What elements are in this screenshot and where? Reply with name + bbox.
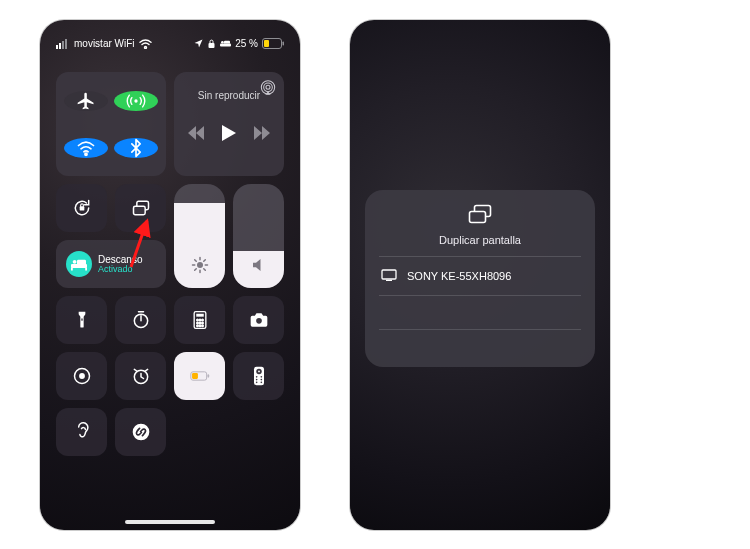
svg-point-47 (260, 376, 262, 378)
home-indicator[interactable] (125, 520, 215, 524)
svg-point-32 (201, 322, 203, 324)
svg-rect-21 (85, 268, 87, 271)
svg-rect-17 (133, 206, 145, 214)
svg-rect-5 (220, 44, 231, 47)
calculator-button[interactable] (174, 296, 225, 344)
forward-icon[interactable] (254, 126, 270, 144)
svg-point-46 (255, 376, 257, 378)
control-center: Sin reproducir (56, 72, 284, 456)
media-controls[interactable]: Sin reproducir (174, 72, 284, 176)
battery-percent: 25 % (235, 38, 258, 49)
svg-point-18 (197, 262, 203, 268)
focus-state: Activado (98, 265, 142, 275)
svg-point-35 (201, 325, 203, 327)
shazam-button[interactable] (115, 408, 166, 456)
airplane-mode-toggle[interactable] (64, 91, 108, 111)
volume-icon (250, 256, 268, 278)
screen-record-button[interactable] (56, 352, 107, 400)
svg-point-11 (85, 153, 87, 155)
svg-rect-41 (207, 374, 209, 377)
location-icon (194, 39, 203, 48)
screen-mirroring-title: Duplicar pantalla (439, 234, 521, 246)
connectivity-group[interactable] (56, 72, 166, 176)
battery-icon (262, 38, 284, 49)
svg-point-30 (196, 322, 198, 324)
svg-rect-42 (192, 373, 198, 379)
svg-rect-1 (59, 43, 61, 49)
svg-point-50 (255, 382, 257, 384)
now-playing-label: Sin reproducir (198, 90, 260, 101)
rewind-icon[interactable] (188, 126, 204, 144)
orientation-lock-button[interactable] (56, 184, 107, 232)
bed-status-icon (220, 39, 231, 48)
svg-rect-56 (382, 270, 396, 279)
focus-button[interactable]: Descanso Activado (56, 240, 166, 288)
wifi-toggle[interactable] (64, 138, 108, 158)
svg-rect-0 (56, 45, 58, 49)
screen-mirroring-button[interactable] (115, 184, 166, 232)
svg-point-13 (264, 83, 273, 92)
svg-rect-15 (79, 206, 84, 210)
svg-rect-55 (470, 212, 486, 223)
bed-icon (66, 251, 92, 277)
mirror-device-row[interactable]: SONY KE-55XH8096 (379, 256, 581, 295)
mirror-device-name: SONY KE-55XH8096 (407, 270, 511, 282)
svg-point-33 (196, 325, 198, 327)
svg-rect-19 (71, 264, 87, 268)
camera-button[interactable] (233, 296, 284, 344)
svg-point-51 (260, 382, 262, 384)
wifi-icon (139, 39, 152, 49)
play-icon[interactable] (222, 125, 236, 145)
svg-point-10 (134, 99, 137, 102)
flashlight-button[interactable] (56, 296, 107, 344)
phone-mirror-panel: Duplicar pantalla SONY KE-55XH8096 (350, 20, 610, 530)
svg-rect-3 (65, 39, 67, 49)
svg-rect-20 (71, 268, 73, 271)
svg-point-28 (199, 319, 201, 321)
svg-rect-8 (283, 42, 285, 46)
cellular-data-toggle[interactable] (114, 91, 158, 111)
svg-rect-4 (209, 43, 215, 48)
svg-point-31 (199, 322, 201, 324)
alarm-button[interactable] (115, 352, 166, 400)
svg-point-34 (199, 325, 201, 327)
svg-point-6 (221, 41, 224, 44)
tv-icon (381, 269, 397, 283)
mirror-empty-row (379, 329, 581, 363)
low-power-mode-button[interactable] (174, 352, 225, 400)
airplay-icon[interactable] (260, 80, 276, 100)
rotation-lock-status-icon (207, 39, 216, 49)
svg-point-22 (73, 260, 77, 264)
apple-tv-remote-button[interactable] (233, 352, 284, 400)
svg-point-38 (79, 373, 85, 379)
brightness-icon (191, 256, 209, 278)
svg-point-36 (256, 318, 262, 324)
screen-mirroring-icon (468, 204, 492, 228)
mirror-empty-row (379, 295, 581, 329)
hearing-button[interactable] (56, 408, 107, 456)
svg-point-48 (255, 379, 257, 381)
brightness-slider[interactable] (174, 184, 225, 288)
phone-control-center: movistar WiFi 25 % (40, 20, 300, 530)
focus-name: Descanso (98, 254, 142, 265)
bluetooth-toggle[interactable] (114, 138, 158, 158)
screen-mirroring-panel: Duplicar pantalla SONY KE-55XH8096 (365, 190, 595, 367)
svg-point-29 (201, 319, 203, 321)
svg-point-27 (196, 319, 198, 321)
timer-button[interactable] (115, 296, 166, 344)
svg-point-49 (260, 379, 262, 381)
svg-rect-23 (81, 318, 82, 321)
svg-rect-9 (264, 40, 269, 47)
signal-icon (56, 39, 70, 49)
volume-slider[interactable] (233, 184, 284, 288)
status-bar: movistar WiFi 25 % (40, 38, 300, 49)
carrier-label: movistar WiFi (74, 38, 135, 49)
svg-point-45 (258, 371, 260, 373)
svg-rect-2 (62, 41, 64, 49)
svg-rect-26 (196, 314, 204, 317)
svg-point-12 (266, 85, 270, 89)
